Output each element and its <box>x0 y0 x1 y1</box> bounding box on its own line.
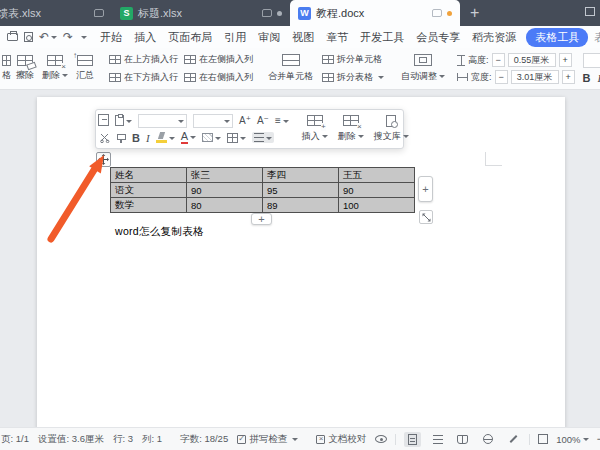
table-cell[interactable]: 80 <box>187 198 263 213</box>
table-cell[interactable]: 李四 <box>263 168 339 183</box>
tab-title-xlsx[interactable]: S 标题.xlsx <box>112 0 290 26</box>
margin-corner-mark <box>485 152 502 166</box>
tab-feedback-xlsx[interactable]: 反馈表.xlsx <box>0 0 112 26</box>
zoom-out-button[interactable]: − <box>597 432 600 446</box>
tab-table-style[interactable]: 表格样式 <box>594 30 600 45</box>
menu-page-layout[interactable]: 页面布局 <box>162 30 218 45</box>
menu-bar: ↶ ↷ 开始 插入 页面布局 引用 审阅 视图 章节 开发工具 会员专享 稻壳资… <box>0 26 600 48</box>
mini-italic-button[interactable]: I <box>146 132 150 144</box>
table-cell[interactable]: 95 <box>263 183 339 198</box>
format-painter-button[interactable] <box>116 133 126 143</box>
eye-protection-icon[interactable] <box>375 435 387 443</box>
height-decrease-button[interactable]: − <box>492 53 505 67</box>
page-view-button[interactable] <box>404 432 421 447</box>
redo-button[interactable]: ↷ <box>63 30 73 44</box>
mini-font-size-select[interactable] <box>193 114 233 128</box>
merge-cells-button[interactable]: 合并单元格 <box>264 50 317 87</box>
new-tab-button[interactable]: + <box>470 5 479 21</box>
table-cell[interactable]: 张三 <box>187 168 263 183</box>
zoom-level-button[interactable]: 100% <box>556 434 588 445</box>
insert-row-above-button[interactable]: 在上方插入行 <box>106 52 181 68</box>
summary-button[interactable]: 汇总 <box>72 50 98 87</box>
document-canvas[interactable]: A⁺ A⁻ ≡ B I A 插入 <box>0 91 600 427</box>
fit-page-button[interactable] <box>538 434 548 444</box>
table-cell[interactable]: 语文 <box>111 183 187 198</box>
delete-button[interactable]: 删除 <box>38 50 72 87</box>
add-column-button[interactable]: + <box>418 176 433 202</box>
copy-button[interactable] <box>100 116 109 126</box>
split-cells-button[interactable]: 拆分单元格 <box>319 52 387 68</box>
width-value-field[interactable]: 3.01厘米 <box>511 70 559 84</box>
alignment-button[interactable] <box>252 132 274 143</box>
spell-check-toggle[interactable]: 拼写检查 <box>237 433 298 446</box>
bold-button[interactable]: B <box>583 72 591 84</box>
word-count[interactable]: 字数: 18/25 <box>180 433 228 446</box>
table-cell[interactable]: 王五 <box>339 168 415 183</box>
menu-docer-resources[interactable]: 稻壳资源 <box>466 30 522 45</box>
cut-button[interactable] <box>100 133 110 143</box>
height-value-field[interactable]: 0.55厘米 <box>508 53 556 67</box>
menu-section[interactable]: 章节 <box>320 30 354 45</box>
table-cell[interactable]: 数学 <box>111 198 187 213</box>
menu-references[interactable]: 引用 <box>218 30 252 45</box>
chevron-down-icon <box>126 120 132 126</box>
insert-col-right-button[interactable]: 在右侧插入列 <box>181 69 256 85</box>
width-increase-button[interactable]: + <box>562 70 575 84</box>
ribbon-group-merge-split: 合并单元格 拆分单元格 拆分表格 <box>262 48 391 89</box>
print-preview-button[interactable] <box>24 32 33 42</box>
customize-toolbar-button[interactable] <box>79 34 87 40</box>
table-cell[interactable]: 89 <box>263 198 339 213</box>
table-cell[interactable]: 90 <box>187 183 263 198</box>
print-button[interactable] <box>7 33 18 41</box>
height-increase-button[interactable]: + <box>559 53 572 67</box>
mini-font-color-button[interactable]: A <box>181 131 196 145</box>
paste-button[interactable] <box>115 115 132 126</box>
souwenku-button[interactable]: 搜文库 <box>371 112 412 146</box>
chevron-down-icon <box>178 120 184 126</box>
outline-view-button[interactable] <box>429 432 446 447</box>
menu-insert[interactable]: 插入 <box>128 30 162 45</box>
split-table-button[interactable]: 拆分表格 <box>319 69 387 85</box>
borders-button[interactable] <box>227 133 246 143</box>
eraser-button[interactable]: 擦除 <box>12 50 38 87</box>
mini-font-family-select[interactable] <box>138 114 187 128</box>
table-cell[interactable]: 姓名 <box>111 168 187 183</box>
tab-table-tools[interactable]: 表格工具 <box>526 28 588 47</box>
preview-icon <box>24 32 33 42</box>
document-table[interactable]: 姓名 张三 李四 王五 语文 90 95 90 数学 80 89 100 <box>110 167 415 213</box>
read-mode-button[interactable] <box>454 432 471 447</box>
annotation-arrow <box>44 153 116 245</box>
table-cell[interactable]: 100 <box>339 198 415 213</box>
mini-highlight-button[interactable] <box>156 132 175 143</box>
shading-button[interactable] <box>202 133 221 142</box>
increase-font-button[interactable]: A⁺ <box>239 115 251 126</box>
menu-view[interactable]: 视图 <box>286 30 320 45</box>
mini-bold-button[interactable]: B <box>132 132 140 144</box>
table-resize-handle[interactable] <box>419 210 433 224</box>
table-cell[interactable]: 90 <box>339 183 415 198</box>
tab-tutorial-docx[interactable]: W 教程.docx <box>290 0 460 26</box>
ribbon-group-font: B I U A <box>581 48 600 89</box>
decrease-font-button[interactable]: A⁻ <box>257 115 269 126</box>
paragraph-text[interactable]: word怎么复制表格 <box>115 225 204 239</box>
menu-member[interactable]: 会员专享 <box>410 30 466 45</box>
proofread-button[interactable]: 文档校对 <box>316 433 366 446</box>
insert-row-below-button[interactable]: 在下方插入行 <box>106 69 181 85</box>
autofit-button[interactable]: 自动调整 <box>397 50 449 87</box>
checkbox-checked-icon <box>237 435 246 444</box>
insert-col-left-button[interactable]: 在左侧插入列 <box>181 52 256 68</box>
menu-developer[interactable]: 开发工具 <box>354 30 410 45</box>
undo-button[interactable]: ↶ <box>39 30 57 44</box>
menu-home[interactable]: 开始 <box>94 30 128 45</box>
window-restore-icon[interactable] <box>585 7 595 16</box>
ink-mode-button[interactable] <box>504 432 521 447</box>
mini-insert-button[interactable]: 插入 <box>299 112 331 146</box>
add-row-button[interactable]: + <box>251 213 272 225</box>
draw-table-button[interactable]: 格 <box>2 50 12 87</box>
line-spacing-button[interactable]: ≡ <box>275 115 289 126</box>
menu-review[interactable]: 审阅 <box>252 30 286 45</box>
font-family-select[interactable] <box>583 53 600 68</box>
width-decrease-button[interactable]: − <box>495 70 508 84</box>
mini-delete-button[interactable]: 删除 <box>335 112 367 146</box>
web-layout-button[interactable] <box>479 432 496 447</box>
